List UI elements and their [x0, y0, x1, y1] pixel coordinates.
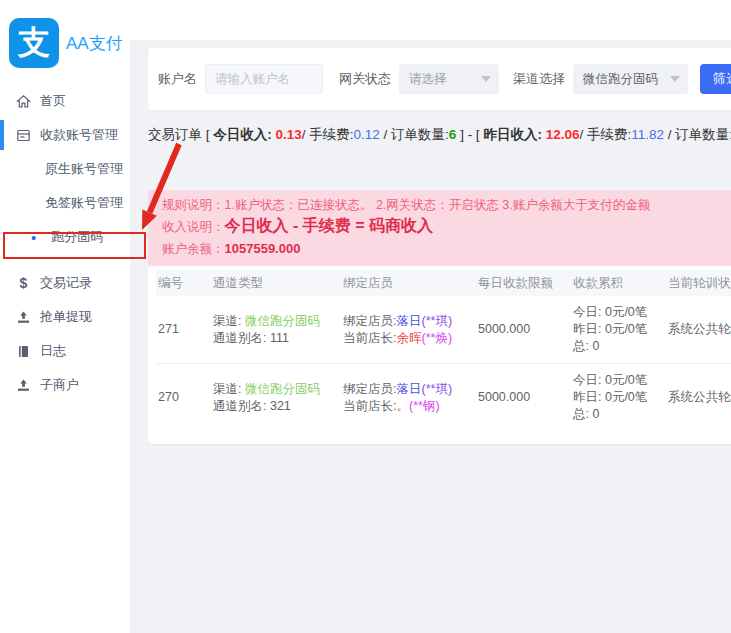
sidebar-item-nosign-accounts[interactable]: 免签账号管理: [0, 186, 130, 220]
acc-total: 总: 0: [573, 339, 599, 353]
sidebar-item-label: 原生账号管理: [45, 160, 123, 178]
channel-label: 渠道:: [213, 314, 245, 328]
rule-line: 规则说明：1.账户状态：已连接状态。 2.网关状态：开启状态 3.账户余额大于支…: [162, 197, 731, 214]
sidebar-item-label: 交易记录: [40, 274, 92, 292]
stats-text: / 手续费:: [579, 127, 631, 142]
alipay-logo-icon: 支: [9, 18, 59, 68]
income-label: 收入说明：: [162, 220, 225, 234]
stats-label-today: 今日收入:: [213, 127, 275, 142]
clerk-name: 落日: [396, 314, 421, 328]
acc-today: 今日: 0元/0笔: [573, 373, 647, 387]
income-formula: 今日收入 - 手续费 = 码商收入: [225, 217, 433, 234]
filter-bar: 账户名 网关状态 请选择 渠道选择 微信跑分固码 筛选: [148, 48, 731, 110]
col-header-bound-clerk: 绑定店员: [341, 275, 476, 292]
sidebar-item-label: 免签账号管理: [45, 194, 123, 212]
sidebar-item-logs[interactable]: 日志: [0, 334, 130, 368]
cell-rotation-status: 系统公共轮训池: [666, 381, 731, 414]
stats-today-income: 0.13: [276, 127, 302, 142]
acc-total: 总: 0: [573, 407, 599, 421]
sidebar-item-label: 子商户: [40, 376, 79, 394]
sidebar-item-label: 日志: [40, 342, 66, 360]
top-header-bar: [130, 0, 731, 40]
app-title: AA支付: [66, 32, 123, 55]
income-line: 收入说明：今日收入 - 手续费 = 码商收入: [162, 214, 731, 239]
clerk-suffix: (**琪): [421, 314, 452, 328]
filter-button[interactable]: 筛选: [700, 64, 731, 94]
upload-icon: [16, 310, 31, 325]
clerk-label: 绑定店员:: [343, 314, 396, 328]
cell-daily-limit: 5000.000: [476, 381, 571, 414]
col-header-daily-limit: 每日收款限额: [476, 275, 571, 292]
acc-yesterday: 昨日: 0元/0笔: [573, 390, 647, 404]
cell-bound-clerk: 绑定店员:落日(**琪) 当前店长:余晖(**焕): [341, 305, 476, 355]
cell-channel-type: 渠道: 微信跑分固码 通道别名: 321: [211, 373, 341, 423]
rule-label: 规则说明：: [162, 198, 225, 212]
app-logo: 支 AA支付: [0, 0, 130, 68]
cell-channel-type: 渠道: 微信跑分固码 通道别名: 111: [211, 305, 341, 355]
sidebar-item-paofen-code[interactable]: • 跑分固码: [0, 220, 130, 254]
table-row: 270 渠道: 微信跑分固码 通道别名: 321 绑定店员:落日(**琪) 当前…: [156, 364, 731, 431]
sidebar-item-home[interactable]: 首页: [0, 84, 130, 118]
gateway-status-label: 网关状态: [339, 70, 391, 88]
order-stats-line: 交易订单 [ 今日收入: 0.13/ 手续费:0.12 / 订单数量:6 ] -…: [148, 126, 731, 144]
col-header-channel-type: 通道类型: [211, 275, 341, 292]
stats-yesterday-fee: 11.82: [631, 127, 664, 142]
acc-today: 今日: 0元/0笔: [573, 305, 647, 319]
stats-text: 交易订单 [: [148, 127, 213, 142]
stats-label-yesterday: 昨日收入:: [483, 127, 545, 142]
balance-label: 账户余额：: [162, 242, 225, 256]
col-header-id: 编号: [156, 275, 211, 292]
account-name-input[interactable]: [205, 64, 323, 94]
channel-select[interactable]: 微信跑分固码: [573, 64, 688, 94]
sidebar-item-transactions[interactable]: 交易记录: [0, 266, 130, 300]
sidebar-item-label: 首页: [40, 92, 66, 110]
cell-rotation-status: 系统公共轮训池: [666, 313, 731, 346]
channel-select-label: 渠道选择: [513, 70, 565, 88]
bullet-dot-icon: •: [31, 229, 36, 246]
account-name-label: 账户名: [158, 70, 197, 88]
gateway-select-value: 请选择: [409, 71, 447, 88]
sidebar-item-withdraw[interactable]: 抢单提现: [0, 300, 130, 334]
cell-accumulation: 今日: 0元/0笔 昨日: 0元/0笔 总: 0: [571, 296, 666, 363]
gateway-status-select[interactable]: 请选择: [399, 64, 499, 94]
stats-text: / 手续费:: [302, 127, 354, 142]
stats-text: / 订单数量:: [664, 127, 731, 142]
home-icon: [16, 94, 31, 109]
channel-select-value: 微信跑分固码: [583, 71, 658, 88]
clerk-label: 绑定店员:: [343, 382, 396, 396]
manager-suffix: (**钢): [409, 399, 440, 413]
cell-daily-limit: 5000.000: [476, 313, 571, 346]
channel-name: 微信跑分固码: [245, 382, 320, 396]
stats-text: ] - [: [456, 127, 483, 142]
channels-table: 编号 通道类型 绑定店员 每日收款限额 收款累积 当前轮训状态 271 渠道: …: [148, 266, 731, 444]
manager-label: 当前店长:: [343, 399, 396, 413]
col-header-rotation-status: 当前轮训状态: [666, 275, 731, 292]
clerk-name: 落日: [396, 382, 421, 396]
page: 支 AA支付 首页 收款账号管理 原生账号管理 免签账号管理: [0, 0, 731, 633]
cell-accumulation: 今日: 0元/0笔 昨日: 0元/0笔 总: 0: [571, 364, 666, 431]
sidebar-item-receive-accounts[interactable]: 收款账号管理: [0, 118, 130, 152]
table-header-row: 编号 通道类型 绑定店员 每日收款限额 收款累积 当前轮训状态: [156, 270, 731, 296]
active-indicator: [0, 120, 4, 150]
sidebar-menu: 首页 收款账号管理 原生账号管理 免签账号管理 • 跑分固码: [0, 84, 130, 402]
manager-suffix: (**焕): [421, 331, 452, 345]
chevron-down-icon: [670, 76, 680, 82]
manager-label: 当前店长:: [343, 331, 396, 345]
sidebar-item-label: 抢单提现: [40, 308, 92, 326]
log-book-icon: [16, 344, 31, 359]
manager-name: 。: [396, 399, 409, 413]
table-row: 271 渠道: 微信跑分固码 通道别名: 111 绑定店员:落日(**琪) 当前…: [156, 296, 731, 363]
channel-name: 微信跑分固码: [245, 314, 320, 328]
sidebar-item-native-accounts[interactable]: 原生账号管理: [0, 152, 130, 186]
col-header-accumulation: 收款累积: [571, 275, 666, 292]
rules-notice-box: 规则说明：1.账户状态：已连接状态。 2.网关状态：开启状态 3.账户余额大于支…: [148, 190, 731, 266]
upload-icon: [16, 378, 31, 393]
stats-yesterday-income: 12.06: [546, 127, 580, 142]
balance-line: 账户余额：1057559.000: [162, 239, 731, 259]
sidebar-item-sub-merchants[interactable]: 子商户: [0, 368, 130, 402]
stats-text: / 订单数量:: [380, 127, 449, 142]
manager-name: 余晖: [396, 331, 421, 345]
rule-text: 1.账户状态：已连接状态。 2.网关状态：开启状态 3.账户余额大于支付的金额: [225, 198, 651, 212]
accounts-icon: [16, 128, 31, 143]
stats-today-fee: 0.12: [354, 127, 380, 142]
